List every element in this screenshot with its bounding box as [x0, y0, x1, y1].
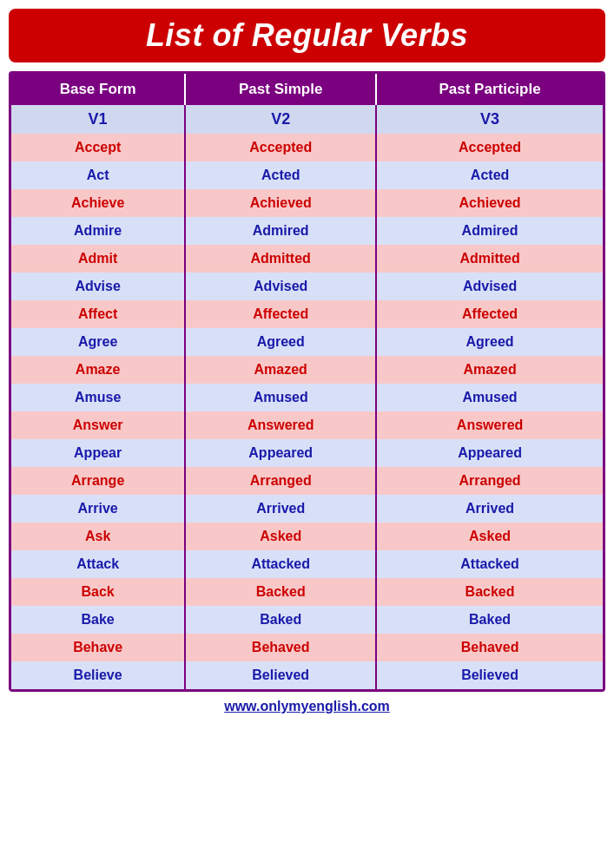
verbs-tbody: Accept Accepted Accepted Act Acted Acted…	[11, 134, 603, 689]
table-row: Admit Admitted Admitted	[11, 245, 603, 273]
v3-cell: Baked	[376, 606, 603, 634]
v1-cell: Back	[11, 578, 185, 606]
v1-cell: Appear	[11, 439, 185, 467]
v2-cell: Asked	[185, 523, 376, 550]
v3-cell: Agreed	[376, 328, 603, 356]
v2-label: V2	[185, 105, 376, 134]
v2-cell: Behaved	[185, 634, 376, 661]
v3-cell: Amused	[376, 384, 603, 411]
table-row: Back Backed Backed	[11, 578, 603, 606]
v3-label: V3	[376, 105, 603, 134]
v3-cell: Attacked	[376, 550, 603, 578]
v3-cell: Advised	[376, 273, 603, 300]
table-row: Agree Agreed Agreed	[11, 328, 603, 356]
v2-cell: Advised	[185, 273, 376, 300]
v3-cell: Arrived	[376, 495, 603, 523]
v2-cell: Amazed	[185, 356, 376, 384]
page-container: List of Regular Verbs Base Form Past Sim…	[0, 0, 614, 727]
v2-cell: Appeared	[185, 439, 376, 467]
v1-cell: Attack	[11, 550, 185, 578]
table-row: Arrive Arrived Arrived	[11, 495, 603, 523]
verbs-table: Base Form Past Simple Past Participle V1…	[11, 74, 603, 689]
v2-cell: Believed	[185, 661, 376, 689]
v3-cell: Amazed	[376, 356, 603, 384]
v1-cell: Behave	[11, 634, 185, 661]
table-row: Affect Affected Affected	[11, 300, 603, 328]
v1-cell: Ask	[11, 523, 185, 550]
v1-cell: Bake	[11, 606, 185, 634]
table-row: Amaze Amazed Amazed	[11, 356, 603, 384]
v1-label: V1	[11, 105, 185, 134]
table-row: Behave Behaved Behaved	[11, 634, 603, 661]
v3-cell: Appeared	[376, 439, 603, 467]
v1-cell: Answer	[11, 411, 185, 439]
v3-cell: Backed	[376, 578, 603, 606]
table-row: Admire Admired Admired	[11, 217, 603, 245]
v2-cell: Acted	[185, 161, 376, 189]
v2-cell: Affected	[185, 300, 376, 328]
table-row: Amuse Amused Amused	[11, 384, 603, 411]
v1-cell: Admire	[11, 217, 185, 245]
table-row: Appear Appeared Appeared	[11, 439, 603, 467]
v3-cell: Accepted	[376, 134, 603, 161]
v1-cell: Amaze	[11, 356, 185, 384]
col2-header: Past Simple	[185, 74, 376, 105]
title-box: List of Regular Verbs	[9, 9, 605, 62]
table-row: Attack Attacked Attacked	[11, 550, 603, 578]
v1-cell: Accept	[11, 134, 185, 161]
v3-cell: Answered	[376, 411, 603, 439]
table-wrapper: Base Form Past Simple Past Participle V1…	[9, 71, 605, 692]
v2-cell: Answered	[185, 411, 376, 439]
v2-cell: Accepted	[185, 134, 376, 161]
v1-cell: Admit	[11, 245, 185, 273]
table-row: Answer Answered Answered	[11, 411, 603, 439]
header-row: Base Form Past Simple Past Participle	[11, 74, 603, 105]
v2-cell: Admired	[185, 217, 376, 245]
table-row: Believe Believed Believed	[11, 661, 603, 689]
v2-cell: Arrived	[185, 495, 376, 523]
v1-cell: Believe	[11, 661, 185, 689]
col1-header: Base Form	[11, 74, 185, 105]
v2-cell: Backed	[185, 578, 376, 606]
v1-cell: Agree	[11, 328, 185, 356]
table-row: Bake Baked Baked	[11, 606, 603, 634]
v2-cell: Achieved	[185, 189, 376, 217]
v2-cell: Amused	[185, 384, 376, 411]
v3-cell: Arranged	[376, 467, 603, 495]
v3-cell: Behaved	[376, 634, 603, 661]
table-row: Achieve Achieved Achieved	[11, 189, 603, 217]
v-label-row: V1 V2 V3	[11, 105, 603, 134]
page-title: List of Regular Verbs	[23, 17, 591, 54]
v1-cell: Arrange	[11, 467, 185, 495]
v1-cell: Amuse	[11, 384, 185, 411]
table-row: Arrange Arranged Arranged	[11, 467, 603, 495]
v3-cell: Admitted	[376, 245, 603, 273]
v3-cell: Achieved	[376, 189, 603, 217]
footer-link[interactable]: www.onlymyenglish.com	[9, 692, 605, 718]
v1-cell: Advise	[11, 273, 185, 300]
v2-cell: Baked	[185, 606, 376, 634]
v2-cell: Arranged	[185, 467, 376, 495]
table-row: Advise Advised Advised	[11, 273, 603, 300]
v1-cell: Arrive	[11, 495, 185, 523]
table-row: Act Acted Acted	[11, 161, 603, 189]
v3-cell: Asked	[376, 523, 603, 550]
v3-cell: Acted	[376, 161, 603, 189]
v3-cell: Admired	[376, 217, 603, 245]
v3-cell: Affected	[376, 300, 603, 328]
v2-cell: Agreed	[185, 328, 376, 356]
v3-cell: Believed	[376, 661, 603, 689]
v2-cell: Attacked	[185, 550, 376, 578]
v1-cell: Act	[11, 161, 185, 189]
footer-text: www.onlymyenglish.com	[224, 699, 390, 713]
v1-cell: Affect	[11, 300, 185, 328]
table-row: Ask Asked Asked	[11, 523, 603, 550]
v1-cell: Achieve	[11, 189, 185, 217]
col3-header: Past Participle	[376, 74, 603, 105]
v2-cell: Admitted	[185, 245, 376, 273]
table-row: Accept Accepted Accepted	[11, 134, 603, 161]
